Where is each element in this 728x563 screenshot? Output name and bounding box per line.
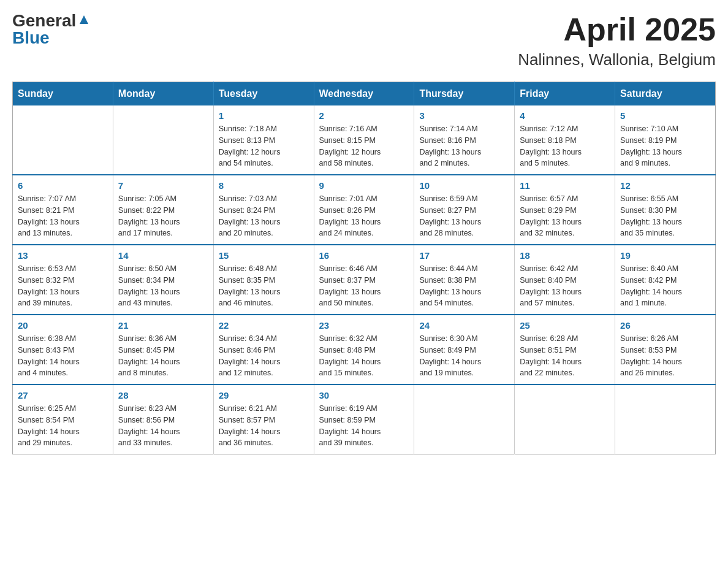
- day-number: 6: [18, 180, 108, 191]
- day-info: Sunrise: 6:19 AMSunset: 8:59 PMDaylight:…: [319, 403, 409, 449]
- calendar-cell: 18Sunrise: 6:42 AMSunset: 8:40 PMDayligh…: [515, 245, 615, 315]
- day-number: 29: [219, 390, 309, 400]
- day-number: 1: [219, 110, 309, 121]
- day-number: 30: [319, 390, 409, 400]
- calendar-cell: 25Sunrise: 6:28 AMSunset: 8:51 PMDayligh…: [515, 315, 615, 385]
- calendar-cell: 24Sunrise: 6:30 AMSunset: 8:49 PMDayligh…: [414, 315, 515, 385]
- day-number: 5: [620, 110, 710, 121]
- day-number: 15: [219, 250, 309, 261]
- location-title: Nalinnes, Wallonia, Belgium: [518, 50, 716, 69]
- day-number: 25: [520, 320, 610, 331]
- logo-blue-text: Blue: [12, 29, 50, 47]
- day-info: Sunrise: 6:21 AMSunset: 8:57 PMDaylight:…: [219, 403, 309, 449]
- calendar-table: SundayMondayTuesdayWednesdayThursdayFrid…: [12, 82, 716, 454]
- day-number: 14: [118, 250, 208, 261]
- calendar-cell: 8Sunrise: 7:03 AMSunset: 8:24 PMDaylight…: [213, 175, 314, 245]
- day-number: 11: [520, 180, 610, 191]
- day-info: Sunrise: 6:55 AMSunset: 8:30 PMDaylight:…: [620, 193, 710, 239]
- logo-general-text: General: [12, 12, 76, 29]
- day-number: 9: [319, 180, 409, 191]
- day-info: Sunrise: 6:44 AMSunset: 8:38 PMDaylight:…: [419, 263, 509, 309]
- day-number: 13: [18, 250, 108, 261]
- svg-marker-0: [80, 15, 88, 24]
- day-number: 27: [18, 390, 108, 400]
- week-row-5: 27Sunrise: 6:25 AMSunset: 8:54 PMDayligh…: [13, 385, 716, 454]
- logo-triangle-icon: [77, 13, 91, 26]
- calendar-cell: 6Sunrise: 7:07 AMSunset: 8:21 PMDaylight…: [13, 175, 113, 245]
- calendar-cell: [615, 385, 716, 454]
- calendar-cell: 10Sunrise: 6:59 AMSunset: 8:27 PMDayligh…: [414, 175, 515, 245]
- day-info: Sunrise: 6:42 AMSunset: 8:40 PMDaylight:…: [520, 263, 610, 309]
- day-number: 26: [620, 320, 710, 331]
- calendar-cell: 7Sunrise: 7:05 AMSunset: 8:22 PMDaylight…: [113, 175, 213, 245]
- title-section: April 2025 Nalinnes, Wallonia, Belgium: [518, 12, 716, 69]
- day-info: Sunrise: 6:57 AMSunset: 8:29 PMDaylight:…: [520, 193, 610, 239]
- calendar-cell: 16Sunrise: 6:46 AMSunset: 8:37 PMDayligh…: [314, 245, 414, 315]
- week-row-4: 20Sunrise: 6:38 AMSunset: 8:43 PMDayligh…: [13, 315, 716, 385]
- day-info: Sunrise: 6:28 AMSunset: 8:51 PMDaylight:…: [520, 333, 610, 379]
- day-info: Sunrise: 7:12 AMSunset: 8:18 PMDaylight:…: [520, 123, 610, 169]
- day-number: 19: [620, 250, 710, 261]
- day-info: Sunrise: 6:48 AMSunset: 8:35 PMDaylight:…: [219, 263, 309, 309]
- calendar-cell: 5Sunrise: 7:10 AMSunset: 8:19 PMDaylight…: [615, 105, 716, 175]
- calendar-cell: 19Sunrise: 6:40 AMSunset: 8:42 PMDayligh…: [615, 245, 716, 315]
- day-info: Sunrise: 6:53 AMSunset: 8:32 PMDaylight:…: [18, 263, 108, 309]
- day-info: Sunrise: 6:30 AMSunset: 8:49 PMDaylight:…: [419, 333, 509, 379]
- day-number: 2: [319, 110, 409, 121]
- weekday-header-thursday: Thursday: [414, 82, 515, 106]
- week-row-2: 6Sunrise: 7:07 AMSunset: 8:21 PMDaylight…: [13, 175, 716, 245]
- day-number: 4: [520, 110, 610, 121]
- logo: General Blue: [12, 12, 91, 47]
- calendar-cell: 11Sunrise: 6:57 AMSunset: 8:29 PMDayligh…: [515, 175, 615, 245]
- calendar-cell: 1Sunrise: 7:18 AMSunset: 8:13 PMDaylight…: [213, 105, 314, 175]
- calendar-cell: 22Sunrise: 6:34 AMSunset: 8:46 PMDayligh…: [213, 315, 314, 385]
- weekday-header-friday: Friday: [515, 82, 615, 106]
- weekday-header-wednesday: Wednesday: [314, 82, 414, 106]
- day-info: Sunrise: 6:32 AMSunset: 8:48 PMDaylight:…: [319, 333, 409, 379]
- calendar-cell: 20Sunrise: 6:38 AMSunset: 8:43 PMDayligh…: [13, 315, 113, 385]
- day-info: Sunrise: 6:50 AMSunset: 8:34 PMDaylight:…: [118, 263, 208, 309]
- calendar-cell: 3Sunrise: 7:14 AMSunset: 8:16 PMDaylight…: [414, 105, 515, 175]
- day-number: 7: [118, 180, 208, 191]
- weekday-header-row: SundayMondayTuesdayWednesdayThursdayFrid…: [13, 82, 716, 106]
- calendar-cell: 28Sunrise: 6:23 AMSunset: 8:56 PMDayligh…: [113, 385, 213, 454]
- month-title: April 2025: [518, 12, 716, 47]
- calendar-cell: 14Sunrise: 6:50 AMSunset: 8:34 PMDayligh…: [113, 245, 213, 315]
- day-number: 12: [620, 180, 710, 191]
- calendar-cell: 26Sunrise: 6:26 AMSunset: 8:53 PMDayligh…: [615, 315, 716, 385]
- day-info: Sunrise: 6:40 AMSunset: 8:42 PMDaylight:…: [620, 263, 710, 309]
- weekday-header-sunday: Sunday: [13, 82, 113, 106]
- calendar-cell: 13Sunrise: 6:53 AMSunset: 8:32 PMDayligh…: [13, 245, 113, 315]
- day-info: Sunrise: 7:10 AMSunset: 8:19 PMDaylight:…: [620, 123, 710, 169]
- day-info: Sunrise: 6:23 AMSunset: 8:56 PMDaylight:…: [118, 403, 208, 449]
- day-info: Sunrise: 7:07 AMSunset: 8:21 PMDaylight:…: [18, 193, 108, 239]
- day-number: 8: [219, 180, 309, 191]
- day-number: 21: [118, 320, 208, 331]
- calendar-cell: 9Sunrise: 7:01 AMSunset: 8:26 PMDaylight…: [314, 175, 414, 245]
- day-info: Sunrise: 7:03 AMSunset: 8:24 PMDaylight:…: [219, 193, 309, 239]
- day-info: Sunrise: 7:05 AMSunset: 8:22 PMDaylight:…: [118, 193, 208, 239]
- week-row-3: 13Sunrise: 6:53 AMSunset: 8:32 PMDayligh…: [13, 245, 716, 315]
- day-number: 3: [419, 110, 509, 121]
- calendar-cell: [13, 105, 113, 175]
- day-number: 24: [419, 320, 509, 331]
- day-info: Sunrise: 7:18 AMSunset: 8:13 PMDaylight:…: [219, 123, 309, 169]
- calendar-cell: 29Sunrise: 6:21 AMSunset: 8:57 PMDayligh…: [213, 385, 314, 454]
- weekday-header-tuesday: Tuesday: [213, 82, 314, 106]
- day-number: 18: [520, 250, 610, 261]
- calendar-cell: [113, 105, 213, 175]
- calendar-cell: 17Sunrise: 6:44 AMSunset: 8:38 PMDayligh…: [414, 245, 515, 315]
- page-header: General Blue April 2025 Nalinnes, Wallon…: [12, 12, 716, 69]
- day-number: 20: [18, 320, 108, 331]
- weekday-header-monday: Monday: [113, 82, 213, 106]
- calendar-cell: 27Sunrise: 6:25 AMSunset: 8:54 PMDayligh…: [13, 385, 113, 454]
- day-number: 23: [319, 320, 409, 331]
- day-info: Sunrise: 6:34 AMSunset: 8:46 PMDaylight:…: [219, 333, 309, 379]
- week-row-1: 1Sunrise: 7:18 AMSunset: 8:13 PMDaylight…: [13, 105, 716, 175]
- day-info: Sunrise: 6:26 AMSunset: 8:53 PMDaylight:…: [620, 333, 710, 379]
- day-info: Sunrise: 7:14 AMSunset: 8:16 PMDaylight:…: [419, 123, 509, 169]
- day-number: 22: [219, 320, 309, 331]
- weekday-header-saturday: Saturday: [615, 82, 716, 106]
- calendar-cell: 15Sunrise: 6:48 AMSunset: 8:35 PMDayligh…: [213, 245, 314, 315]
- calendar-cell: 12Sunrise: 6:55 AMSunset: 8:30 PMDayligh…: [615, 175, 716, 245]
